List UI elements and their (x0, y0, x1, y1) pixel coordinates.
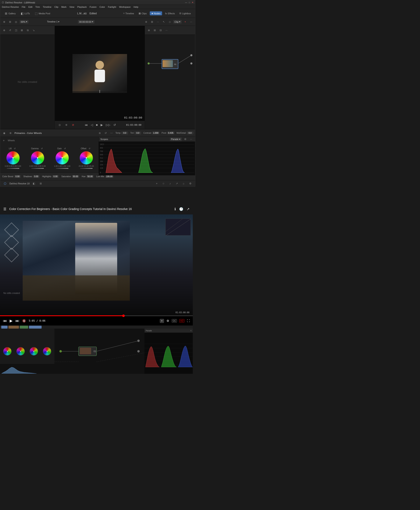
status-icon-1[interactable]: ◧ (32, 181, 36, 186)
status-icon-6[interactable]: ↗ (174, 181, 179, 186)
transport-prev[interactable]: ◁ (91, 123, 93, 127)
lift-slider[interactable] (7, 168, 19, 169)
menu-file[interactable]: File (22, 6, 26, 8)
nodes-tool-2[interactable]: ⊞ (152, 28, 157, 33)
hue-value[interactable]: 50.00 (86, 175, 94, 178)
gamma-reset[interactable]: ↺ (39, 146, 44, 151)
nodes-tool-3[interactable]: ⊟ (158, 28, 163, 33)
yt-settings-btn[interactable]: ⚙ (166, 319, 169, 323)
menu-trim[interactable]: Trim (35, 6, 40, 8)
nodes-tool-1[interactable]: ⊕ (147, 28, 151, 33)
nav-lightbox[interactable]: ⊟ Lightbox (178, 11, 193, 15)
highlights-value[interactable]: 0.00 (52, 175, 59, 178)
mid-detail-value[interactable]: 0.0 (187, 131, 193, 134)
shadows-value[interactable]: 0.00 (33, 175, 39, 178)
menu-clip[interactable]: Clip (54, 6, 58, 8)
viewer-marker-icon[interactable]: ⊗ (64, 123, 69, 127)
viewer-tool-3[interactable]: ◎ (14, 20, 18, 24)
status-icon-5[interactable]: ♪ (168, 181, 172, 186)
menu-davinci[interactable]: DaVinci Resolve (2, 6, 19, 8)
color-auto[interactable]: ⊚ (98, 131, 102, 135)
temp-value[interactable]: 0.0 (121, 131, 128, 134)
viewer-more[interactable]: ··· (156, 20, 160, 24)
transport-stop[interactable]: ■ (96, 123, 98, 127)
status-icon-8[interactable]: ⚙ (188, 181, 193, 186)
transport-play[interactable]: ▶ (101, 123, 103, 127)
color-settings[interactable]: ⋯ (109, 131, 114, 135)
stills-tool-4[interactable]: ⊠ (20, 28, 24, 33)
nav-luts[interactable]: ◧ LUTs (19, 11, 32, 16)
scopes-type-dropdown[interactable]: Parade ▾ (170, 138, 182, 141)
viewer-colorize-icon[interactable]: ◎ (57, 123, 62, 127)
gain-reset[interactable]: ↺ (63, 146, 67, 151)
nav-gallery[interactable]: ⊞ Gallery (3, 11, 18, 16)
color-reset[interactable]: ↺ (103, 131, 108, 135)
menu-workspace[interactable]: Workspace (119, 6, 131, 8)
pivot-value[interactable]: 0.435 (167, 131, 174, 134)
maximize-button[interactable]: □ (189, 1, 190, 4)
stills-tool-3[interactable]: ◳ (14, 28, 18, 33)
viewer-options[interactable]: ··· (189, 20, 193, 24)
menu-fairlight[interactable]: Fairlight (108, 6, 116, 8)
tint-value[interactable]: 0.0 (135, 131, 141, 134)
gain-wheel[interactable] (55, 151, 69, 165)
close-button[interactable]: ✕ (192, 1, 193, 4)
menu-edit[interactable]: Edit (28, 6, 32, 8)
color-picker[interactable]: ⊕ (8, 131, 13, 135)
menu-color[interactable]: Color (99, 6, 105, 8)
viewer-tool-2[interactable]: ⊞ (8, 20, 12, 24)
nav-nodes[interactable]: ◈ Nodes (150, 11, 162, 15)
color-add-btn[interactable]: + (1, 138, 6, 143)
menu-mark[interactable]: Mark (61, 6, 66, 8)
color-eyedropper[interactable]: ◉ (2, 131, 7, 135)
stills-tool-2[interactable]: ↺ (8, 28, 12, 33)
menu-view[interactable]: View (69, 6, 74, 8)
viewer-loop-icon[interactable]: ⊘ (71, 123, 75, 127)
menu-timeline[interactable]: Timeline (43, 6, 52, 8)
offset-wheel[interactable] (80, 151, 93, 165)
menu-playback[interactable]: Playback (77, 6, 87, 8)
yt-info-icon[interactable]: ℹ (174, 207, 176, 211)
lift-wheel[interactable] (6, 151, 20, 165)
yt-quality-dropdown[interactable]: ▾ (160, 319, 164, 323)
minimize-button[interactable]: — (185, 1, 187, 4)
yt-menu-icon[interactable]: ☰ (3, 207, 6, 211)
yt-share-icon[interactable]: ↗ (187, 207, 189, 211)
yt-fullscreen-btn[interactable]: ⛶ (187, 319, 190, 323)
viewer-grid-icon[interactable]: ⊞ (150, 20, 154, 24)
gain-slider[interactable] (56, 168, 68, 169)
contrast-value[interactable]: 1.000 (152, 131, 159, 134)
stills-tool-6[interactable]: ↘ (31, 28, 36, 33)
nodes-more[interactable]: ··· (164, 28, 169, 33)
scopes-more[interactable]: ··· (189, 137, 193, 141)
stills-tool-1[interactable]: ⊕ (2, 28, 7, 33)
yt-play-btn[interactable]: ▶ (10, 318, 13, 323)
transport-start[interactable]: ⏮ (85, 123, 88, 127)
menu-fusion[interactable]: Fusion (90, 6, 97, 8)
yt-hd-btn[interactable]: HD (179, 319, 184, 323)
color-boost-value[interactable]: 0.00 (14, 175, 21, 178)
cursor-icon[interactable]: ↖ (161, 20, 166, 24)
viewer-sync-icon[interactable]: ⊛ (144, 20, 149, 24)
transport-next[interactable]: ▷▷ (106, 123, 111, 127)
clip-dropdown[interactable]: Clip ▾ (173, 20, 182, 23)
lift-reset[interactable]: ↺ (12, 146, 17, 151)
marker-icon[interactable]: ◇ (167, 20, 172, 24)
yt-mute-btn[interactable]: 🔇 (22, 319, 26, 323)
gamma-slider[interactable] (31, 168, 44, 169)
yt-progress-bar[interactable] (0, 315, 193, 316)
timeline-dropdown-icon[interactable]: ▾ (58, 20, 60, 23)
yt-next-btn[interactable]: ⏭ (15, 319, 19, 323)
yt-prev-btn[interactable]: ⏮ (3, 319, 7, 323)
offset-reset[interactable]: ↺ (87, 146, 92, 151)
status-icon-2[interactable]: ⊞ (38, 181, 43, 186)
offset-slider[interactable] (80, 168, 93, 169)
zoom-dropdown[interactable]: 69% ▾ (20, 20, 29, 23)
nav-timeline[interactable]: ⌗ Timeline (122, 11, 136, 15)
stills-tool-5[interactable]: ⧉ (25, 28, 30, 33)
status-icon-4[interactable]: ☆ (161, 181, 166, 186)
gamma-wheel[interactable] (31, 151, 44, 165)
status-icon-3[interactable]: ⌖ (154, 181, 159, 186)
menu-help[interactable]: Help (134, 6, 138, 8)
saturation-value[interactable]: 50.00 (72, 175, 79, 178)
